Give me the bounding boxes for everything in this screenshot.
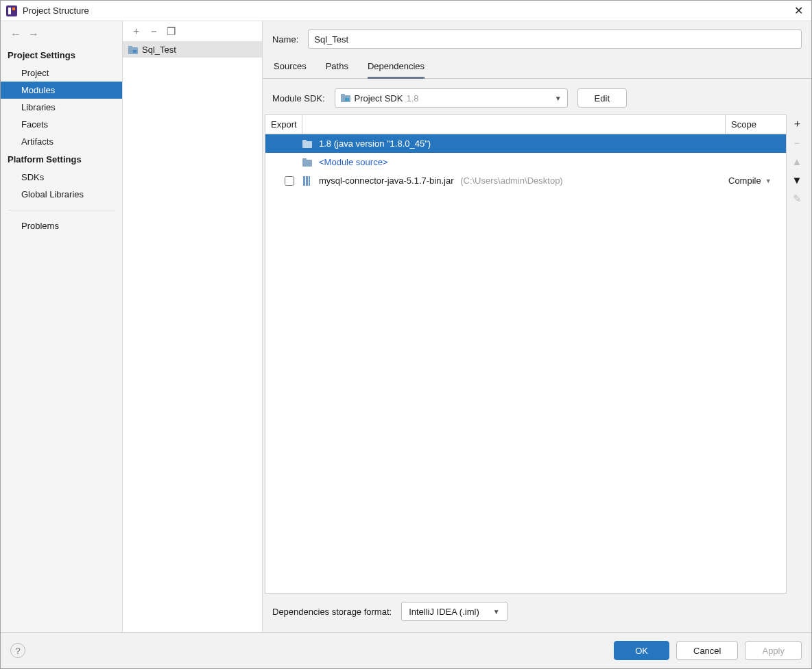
sdk-label: Module SDK: xyxy=(272,93,325,104)
nav-arrows: ← → xyxy=(1,27,122,46)
dep-row-jar[interactable]: mysql-connector-java-5.1.7-bin.jar (C:\U… xyxy=(265,171,786,190)
section-platform-settings: Platform Settings xyxy=(1,150,122,169)
chevron-down-icon: ▼ xyxy=(555,95,562,102)
move-down-icon[interactable]: ▼ xyxy=(792,174,802,186)
tab-sources[interactable]: Sources xyxy=(274,61,307,78)
sidebar-divider xyxy=(8,210,115,210)
sidebar-item-problems[interactable]: Problems xyxy=(1,217,122,234)
tree-toolbar: ＋ − ❐ xyxy=(123,21,262,42)
tree-module-label: Sql_Test xyxy=(142,45,176,55)
dep-jar-path: (C:\Users\admin\Desktop) xyxy=(460,175,563,186)
sdk-row-icon xyxy=(302,140,315,148)
library-icon xyxy=(302,176,315,186)
svg-rect-12 xyxy=(302,158,307,161)
tab-dependencies[interactable]: Dependencies xyxy=(368,61,425,79)
col-name[interactable] xyxy=(302,115,726,134)
remove-dependency-icon[interactable]: − xyxy=(794,137,800,149)
sdk-version: 1.8 xyxy=(406,93,418,104)
storage-value: IntelliJ IDEA (.iml) xyxy=(409,607,479,617)
svg-rect-10 xyxy=(302,140,307,143)
ok-button[interactable]: OK xyxy=(614,641,669,660)
sidebar-item-project[interactable]: Project xyxy=(1,64,122,82)
forward-arrow-icon[interactable]: → xyxy=(28,28,39,40)
svg-rect-0 xyxy=(6,5,17,16)
dep-sdk-label: 1.8 (java version "1.8.0_45") xyxy=(319,138,726,149)
cancel-button[interactable]: Cancel xyxy=(676,641,738,660)
dependencies-table: Export Scope 1.8 (java version "1.8.0_45… xyxy=(265,114,787,594)
apply-button[interactable]: Apply xyxy=(745,641,802,660)
name-label: Name: xyxy=(272,34,298,45)
module-folder-icon xyxy=(128,46,138,54)
sidebar-item-artifacts[interactable]: Artifacts xyxy=(1,133,122,150)
dep-row-sdk[interactable]: 1.8 (java version "1.8.0_45") xyxy=(265,134,786,153)
svg-rect-4 xyxy=(128,46,132,49)
copy-icon[interactable]: ❐ xyxy=(167,25,176,38)
titlebar: Project Structure ✕ xyxy=(1,1,811,21)
move-up-icon[interactable]: ▲ xyxy=(792,156,802,167)
svg-rect-7 xyxy=(341,94,345,97)
col-scope[interactable]: Scope xyxy=(726,115,786,134)
remove-icon[interactable]: − xyxy=(151,25,157,37)
app-logo-icon xyxy=(6,5,17,16)
export-checkbox[interactable] xyxy=(276,176,302,186)
chevron-down-icon: ▼ xyxy=(493,608,500,616)
dep-source-label: <Module source> xyxy=(319,157,726,167)
sidebar-item-libraries[interactable]: Libraries xyxy=(1,99,122,116)
back-arrow-icon[interactable]: ← xyxy=(10,28,21,40)
content-panel: Name: Sources Paths Dependencies Module … xyxy=(263,21,811,632)
svg-rect-2 xyxy=(12,8,15,10)
dep-row-source[interactable]: <Module source> xyxy=(265,153,786,171)
scope-chevron-icon: ▼ xyxy=(765,178,772,184)
tabs: Sources Paths Dependencies xyxy=(263,49,811,79)
add-dependency-icon[interactable]: ＋ xyxy=(792,117,802,130)
svg-rect-8 xyxy=(345,98,349,101)
svg-rect-1 xyxy=(8,8,11,14)
sdk-folder-icon xyxy=(341,94,350,102)
sidebar-item-modules[interactable]: Modules xyxy=(1,82,122,99)
sidebar-item-facets[interactable]: Facets xyxy=(1,116,122,133)
sdk-edit-button[interactable]: Edit xyxy=(577,88,627,108)
add-icon[interactable]: ＋ xyxy=(131,25,141,38)
window-title: Project Structure xyxy=(23,5,89,16)
sidebar-item-sdks[interactable]: SDKs xyxy=(1,169,122,186)
dialog-footer: ? OK Cancel Apply xyxy=(1,632,811,668)
dep-jar-label: mysql-connector-java-5.1.7-bin.jar xyxy=(319,175,454,186)
svg-rect-15 xyxy=(309,176,310,186)
svg-rect-14 xyxy=(306,176,308,186)
tab-paths[interactable]: Paths xyxy=(326,61,348,78)
scope-value[interactable]: Compile xyxy=(728,175,761,186)
edit-dependency-icon[interactable]: ✎ xyxy=(793,193,802,205)
module-name-input[interactable] xyxy=(308,29,802,49)
col-export[interactable]: Export xyxy=(265,115,302,134)
svg-rect-5 xyxy=(133,50,136,53)
sidebar: ← → Project Settings Project Modules Lib… xyxy=(1,21,123,632)
source-folder-icon xyxy=(302,158,315,167)
section-project-settings: Project Settings xyxy=(1,46,122,64)
module-tree-panel: ＋ − ❐ Sql_Test xyxy=(123,21,263,632)
close-icon[interactable]: ✕ xyxy=(791,4,806,17)
tree-module-item[interactable]: Sql_Test xyxy=(123,42,262,58)
sdk-value: Project SDK xyxy=(355,93,403,104)
storage-label: Dependencies storage format: xyxy=(272,607,392,617)
dialog-window: Project Structure ✕ ← → Project Settings… xyxy=(0,0,812,669)
sdk-select[interactable]: Project SDK 1.8 ▼ xyxy=(335,88,568,108)
help-button[interactable]: ? xyxy=(10,643,25,658)
storage-format-select[interactable]: IntelliJ IDEA (.iml) ▼ xyxy=(401,602,507,621)
svg-rect-13 xyxy=(303,176,305,186)
dep-side-actions: ＋ − ▲ ▼ ✎ xyxy=(787,114,807,594)
sidebar-item-global-libraries[interactable]: Global Libraries xyxy=(1,186,122,203)
